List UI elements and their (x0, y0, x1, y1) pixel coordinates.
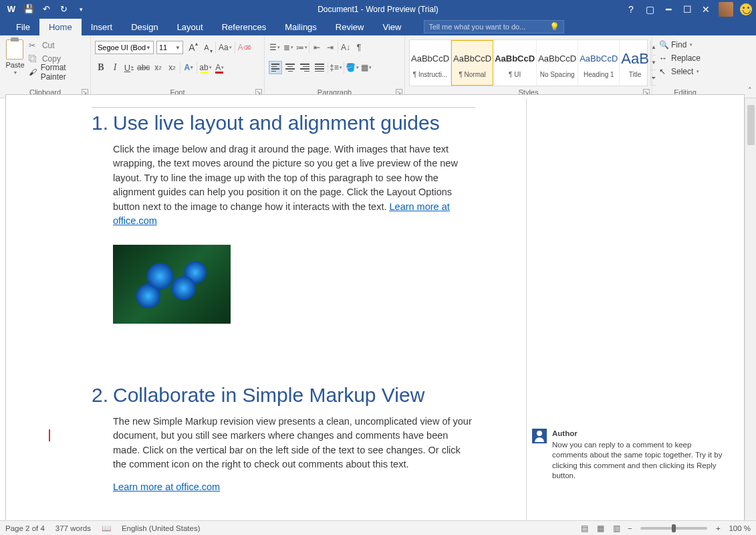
tab-mailings[interactable]: Mailings (275, 19, 326, 35)
body-text: The new Simple Markup revision view pres… (113, 416, 472, 469)
word-icon[interactable]: W (4, 2, 19, 17)
replace-button[interactable]: ↔Replace (656, 51, 714, 65)
increase-indent-button[interactable]: ⇥ (324, 41, 336, 54)
show-marks-button[interactable]: ¶ (353, 41, 365, 54)
style-heading1[interactable]: AaBbCcDHeading 1 (578, 40, 620, 86)
change-case-button[interactable]: Aa▾ (219, 41, 232, 54)
font-color-button[interactable]: A▾ (214, 61, 226, 74)
group-paragraph: ☰▾ ≣▾ ≔▾ ⇤ ⇥ A↓ ¶ ‡≡▾ 🪣▾ ▦▾ Paragraph ↘ (265, 35, 405, 98)
tab-view[interactable]: View (373, 19, 410, 35)
help-button[interactable]: ? (622, 2, 640, 17)
style-title[interactable]: AaBTitle (620, 40, 650, 86)
revision-marker[interactable] (49, 429, 50, 441)
comment-avatar-icon (532, 429, 547, 443)
section-number: 2. (92, 384, 106, 407)
web-layout-button[interactable]: ▥ (608, 522, 624, 534)
superscript-button[interactable]: x2 (166, 61, 178, 74)
strikethrough-button[interactable]: abc (137, 61, 150, 74)
language-indicator[interactable]: English (United States) (122, 524, 201, 532)
scissors-icon: ✂ (29, 41, 39, 50)
save-button[interactable]: 💾 (21, 2, 36, 17)
grow-font-button[interactable]: A▴ (186, 41, 198, 54)
feedback-icon[interactable] (740, 3, 752, 15)
minimize-button[interactable]: ━ (660, 2, 677, 17)
tab-references[interactable]: References (213, 19, 275, 35)
tab-file[interactable]: File (7, 19, 39, 35)
style-normal[interactable]: AaBbCcD¶ Normal (451, 40, 493, 86)
section-title: Collaborate in Simple Markup View (113, 384, 424, 407)
tab-insert[interactable]: Insert (82, 19, 122, 35)
font-name-combo[interactable]: Segoe UI (Body)▼ (95, 41, 154, 54)
sort-button[interactable]: A↓ (340, 41, 352, 54)
select-button[interactable]: ↖Select▾ (656, 65, 714, 78)
comment-author: Author (552, 429, 725, 439)
numbering-button[interactable]: ≣▾ (282, 41, 294, 54)
align-left-button[interactable] (269, 61, 282, 74)
learn-more-link[interactable]: Learn more at office.com (113, 481, 220, 492)
close-button[interactable]: ✕ (697, 2, 715, 17)
style-no-spacing[interactable]: AaBbCcDNo Spacing (537, 40, 578, 86)
undo-button[interactable]: ↶ (39, 2, 53, 17)
word-count[interactable]: 377 words (55, 524, 91, 532)
find-button[interactable]: 🔍Find▾ (656, 38, 714, 51)
page-indicator[interactable]: Page 2 of 4 (5, 524, 45, 532)
ribbon: Paste ▼ ✂Cut ⿻Copy 🖌Format Painter Clipb… (0, 35, 756, 98)
proofing-button[interactable]: 📖 (102, 524, 111, 533)
borders-button[interactable]: ▦▾ (360, 61, 372, 74)
bold-button[interactable]: B (95, 61, 107, 74)
draggable-image[interactable] (113, 245, 231, 324)
align-center-button[interactable] (283, 61, 297, 74)
highlight-button[interactable]: ab▾ (199, 61, 211, 74)
align-justify-button[interactable] (313, 61, 326, 74)
comment[interactable]: Author Now you can reply to a comment to… (532, 429, 725, 481)
zoom-slider[interactable] (640, 527, 707, 530)
tab-home[interactable]: Home (39, 19, 82, 35)
collapse-ribbon-button[interactable]: ˄ (748, 86, 752, 95)
comments-pane: Author Now you can reply to a comment to… (526, 98, 733, 520)
cut-button[interactable]: ✂Cut (29, 39, 86, 51)
multilevel-button[interactable]: ≔▾ (295, 41, 307, 54)
ribbon-display-button[interactable]: ▢ (641, 2, 658, 17)
italic-button[interactable]: I (109, 61, 121, 74)
tell-me-placeholder: Tell me what you want to do... (428, 23, 525, 31)
read-mode-button[interactable]: ▤ (576, 522, 592, 534)
shading-button[interactable]: 🪣▾ (346, 61, 359, 74)
styles-gallery: AaBbCcD¶ Instructi... AaBbCcD¶ Normal Aa… (409, 39, 648, 86)
subscript-button[interactable]: x2 (152, 61, 164, 74)
user-avatar[interactable] (719, 2, 733, 17)
comment-text: Now you can reply to a comment to keep c… (552, 440, 725, 481)
group-editing: 🔍Find▾ ↔Replace ↖Select▾ Editing (652, 35, 718, 98)
qat-customize[interactable]: ▾ (74, 2, 88, 17)
format-painter-button[interactable]: 🖌Format Painter (29, 66, 86, 78)
group-clipboard: Paste ▼ ✂Cut ⿻Copy 🖌Format Painter Clipb… (0, 35, 91, 98)
align-right-button[interactable] (298, 61, 311, 74)
style-ui[interactable]: AaBbCcD¶ UI (493, 40, 537, 86)
paste-icon (6, 39, 23, 60)
paste-button[interactable]: Paste ▼ (4, 38, 26, 86)
print-layout-button[interactable]: ▦ (592, 522, 608, 534)
underline-button[interactable]: U▾ (123, 61, 135, 74)
section-number: 1. (92, 112, 106, 134)
tab-design[interactable]: Design (122, 19, 167, 35)
zoom-out-button[interactable]: − (624, 524, 635, 532)
maximize-button[interactable]: ☐ (678, 2, 696, 17)
shrink-font-button[interactable]: A▾ (201, 41, 213, 54)
cursor-icon: ↖ (659, 67, 668, 76)
chevron-down-icon: ▼ (175, 45, 180, 51)
zoom-level[interactable]: 100 % (729, 524, 751, 532)
vertical-scrollbar[interactable] (745, 98, 756, 520)
decrease-indent-button[interactable]: ⇤ (311, 41, 323, 54)
style-instructions[interactable]: AaBbCcD¶ Instructi... (410, 40, 451, 86)
scrollbar-thumb[interactable] (747, 105, 755, 145)
line-spacing-button[interactable]: ‡≡▾ (330, 61, 342, 74)
tab-review[interactable]: Review (326, 19, 374, 35)
redo-button[interactable]: ↻ (56, 2, 71, 17)
zoom-in-button[interactable]: + (713, 524, 723, 532)
bullets-button[interactable]: ☰▾ (269, 41, 281, 54)
text-effects-button[interactable]: A▾ (182, 61, 195, 74)
font-size-combo[interactable]: 11▼ (156, 41, 183, 54)
horizontal-rule (92, 107, 475, 108)
tell-me-search[interactable]: Tell me what you want to do... 💡 (424, 20, 564, 33)
tab-layout[interactable]: Layout (168, 19, 213, 35)
clear-formatting-button[interactable]: A⌫ (238, 41, 251, 54)
